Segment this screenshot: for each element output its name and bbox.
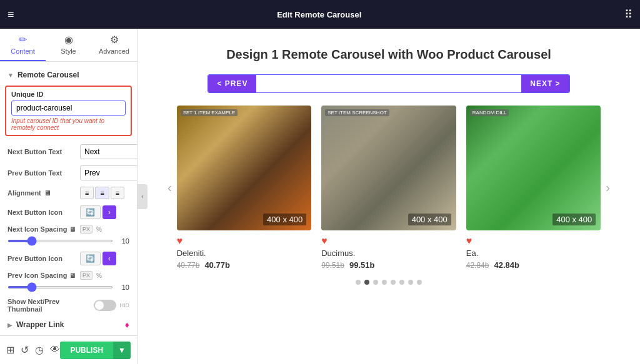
prev-button-text-input[interactable] — [80, 165, 137, 180]
history-icon[interactable]: ◷ — [35, 344, 44, 356]
dot-5[interactable] — [399, 280, 404, 285]
tab-style[interactable]: ◉ Style — [46, 29, 91, 61]
hamburger-icon[interactable]: ≡ — [8, 8, 14, 21]
product-price-new-2: 42.84b — [494, 260, 519, 270]
topbar-title: Edit Remote Carousel — [21, 10, 618, 19]
next-nav-btn[interactable]: NEXT > — [521, 75, 569, 92]
next-button-text-label: Next Button Text — [8, 148, 76, 155]
unique-id-box: Unique ID Input carousel ID that you wan… — [5, 86, 132, 136]
product-price-old-0: 40.77b — [177, 261, 200, 270]
unique-id-section: Unique ID Input carousel ID that you wan… — [0, 83, 137, 141]
tab-advanced[interactable]: ⚙ Advanced — [91, 29, 137, 61]
product-card-2: RANDOM DILL 400 x 400 ♥ Ea. 42.84b 42.84… — [466, 106, 601, 270]
prev-icon-slider[interactable] — [8, 286, 113, 288]
align-center-btn[interactable]: ≡ — [95, 187, 109, 199]
product-badge-1: SET ITEM SCREENSHOT — [325, 109, 389, 116]
toggle-knob — [95, 301, 104, 310]
prev-icon-spacing-row: Prev Icon Spacing 🖥 PX % — [0, 268, 137, 282]
section-wrapper-link[interactable]: ▶ Wrapper Link ♦ — [0, 316, 137, 333]
prev-button-text-row: Prev Button Text 🗑 — [0, 162, 137, 184]
wrapper-link-icon: ♦ — [125, 320, 129, 330]
product-prices-1: 99.51b 99.51b — [321, 260, 456, 270]
dot-2[interactable] — [373, 280, 378, 285]
next-button-icon-label: Next Button Icon — [8, 209, 76, 216]
heart-icon-2[interactable]: ♥ — [466, 235, 601, 247]
product-img-0: SET 1 ITEM EXAMPLE 400 x 400 — [177, 106, 312, 230]
next-icon-picker: 🔄 › — [80, 205, 116, 219]
next-icon-pick-btn[interactable]: 🔄 — [80, 205, 101, 219]
align-right-btn[interactable]: ≡ — [111, 187, 124, 199]
prev-icon-spacing-label: Prev Icon Spacing 🖥 — [8, 272, 76, 279]
dot-6[interactable] — [408, 280, 413, 285]
eye-icon[interactable]: 👁 — [50, 344, 60, 356]
prev-icon-px-badge: PX — [80, 271, 92, 280]
main-layout: ✏ Content ◉ Style ⚙ Advanced ▼ Remote Ca… — [0, 29, 640, 364]
collapse-handle[interactable]: ‹ — [138, 184, 148, 209]
product-info-1: ♥ Ducimus. 99.51b 99.51b — [321, 230, 456, 270]
next-icon-spacing-label: Next Icon Spacing 🖥 — [8, 225, 76, 233]
section-arrow-icon: ▼ — [8, 72, 14, 79]
tab-advanced-label: Advanced — [99, 47, 129, 55]
carousel-dots — [162, 280, 615, 285]
next-button-text-input[interactable] — [80, 144, 137, 159]
product-prices-2: 42.84b 42.84b — [466, 260, 601, 270]
heart-icon-0[interactable]: ♥ — [177, 235, 312, 247]
layers-icon[interactable]: ⊞ — [6, 344, 14, 356]
prev-icon-preview-btn[interactable]: ‹ — [102, 252, 116, 265]
prev-icon-slider-val: 10 — [117, 283, 129, 291]
next-icon-preview-btn[interactable]: › — [102, 205, 116, 219]
unique-id-input[interactable] — [11, 101, 126, 116]
prev-button-text-label: Prev Button Text — [8, 169, 76, 177]
next-icon-spacing-row: Next Icon Spacing 🖥 PX % — [0, 222, 137, 236]
dot-0[interactable] — [356, 280, 361, 285]
wrapper-link-label: Wrapper Link — [16, 320, 121, 329]
content-icon: ✏ — [19, 34, 27, 46]
content-area: ‹ Design 1 Remote Carousel with Woo Prod… — [138, 29, 640, 364]
next-icon-unit-toggle[interactable]: % — [96, 226, 102, 233]
alignment-row: Alignment 🖥 ≡ ≡ ≡ — [0, 184, 137, 202]
product-price-new-0: 40.77b — [204, 260, 229, 270]
show-thumbnail-toggle[interactable] — [94, 300, 116, 311]
monitor-icon-2: 🖥 — [69, 226, 76, 233]
apps-icon[interactable]: ⠿ — [624, 7, 632, 21]
carousel-nav-inner: < PREV NEXT > — [208, 74, 569, 93]
alignment-buttons: ≡ ≡ ≡ — [80, 187, 124, 199]
advanced-icon: ⚙ — [110, 34, 119, 46]
dot-3[interactable] — [382, 280, 387, 285]
product-card-0: SET 1 ITEM EXAMPLE 400 x 400 ♥ Deleniti.… — [177, 106, 312, 270]
prev-icon-pick-btn[interactable]: 🔄 — [80, 252, 101, 265]
preview-title: Design 1 Remote Carousel with Woo Produc… — [162, 47, 615, 62]
next-button-text-row: Next Button Text 🗑 — [0, 141, 137, 162]
carousel-nav: < PREV NEXT > — [162, 74, 615, 93]
show-thumbnail-label: Show Next/Prev Thumbnail — [8, 298, 90, 313]
product-img-2: RANDOM DILL 400 x 400 — [466, 106, 601, 230]
product-badge-2: RANDOM DILL — [470, 109, 509, 116]
carousel-next-arrow[interactable]: › — [601, 180, 615, 195]
dot-4[interactable] — [391, 280, 396, 285]
unique-id-label: Unique ID — [11, 91, 126, 98]
section-remote-carousel[interactable]: ▼ Remote Carousel — [0, 67, 137, 83]
dot-1[interactable] — [364, 280, 369, 285]
publish-dropdown-button[interactable]: ▼ — [113, 342, 131, 359]
preview-area: Design 1 Remote Carousel with Woo Produc… — [138, 29, 640, 364]
tab-content-label: Content — [11, 47, 35, 55]
product-name-0: Deleniti. — [177, 248, 312, 258]
products-grid: SET 1 ITEM EXAMPLE 400 x 400 ♥ Deleniti.… — [177, 106, 601, 270]
next-icon-slider[interactable] — [8, 240, 113, 242]
undo-icon[interactable]: ↺ — [21, 344, 29, 356]
align-left-btn[interactable]: ≡ — [80, 187, 94, 199]
publish-button[interactable]: PUBLISH — [60, 342, 113, 359]
dot-7[interactable] — [417, 280, 422, 285]
prev-icon-slider-row: 10 — [0, 282, 137, 295]
topbar: ≡ Edit Remote Carousel ⠿ — [0, 0, 640, 29]
product-size-2: 400 x 400 — [552, 214, 596, 225]
carousel-prev-arrow[interactable]: ‹ — [162, 180, 177, 195]
product-badge-0: SET 1 ITEM EXAMPLE — [181, 109, 238, 116]
tab-content[interactable]: ✏ Content — [0, 29, 46, 61]
prev-button-icon-row: Prev Button Icon 🔄 ‹ — [0, 248, 137, 268]
panel-content: ▼ Remote Carousel Unique ID Input carous… — [0, 62, 137, 335]
prev-nav-btn[interactable]: < PREV — [208, 75, 256, 92]
heart-icon-1[interactable]: ♥ — [321, 235, 456, 247]
product-info-0: ♥ Deleniti. 40.77b 40.77b — [177, 230, 312, 270]
prev-icon-unit-toggle[interactable]: % — [96, 272, 102, 279]
